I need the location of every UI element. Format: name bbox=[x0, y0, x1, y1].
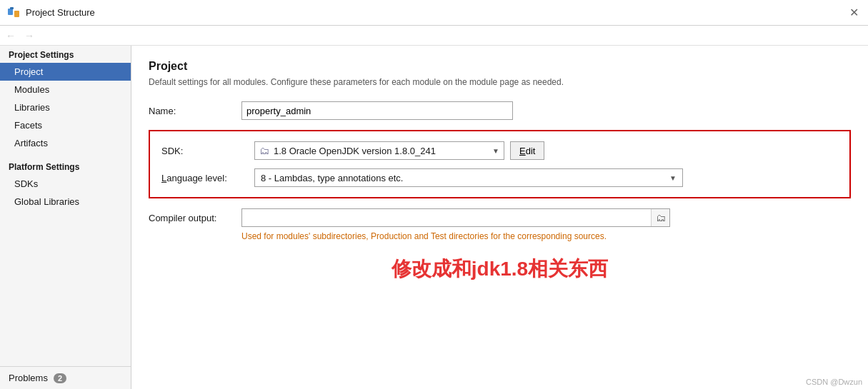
title-bar: Project Structure ✕ bbox=[0, 0, 868, 26]
sidebar-item-sdks[interactable]: SDKs bbox=[0, 175, 131, 193]
sdk-dropdown-text: 1.8 Oracle OpenJDK version 1.8.0_241 bbox=[274, 146, 488, 156]
sdk-edit-button[interactable]: Edit bbox=[510, 141, 544, 160]
sdk-folder-icon: 🗂 bbox=[259, 145, 269, 156]
sidebar-item-project[interactable]: Project bbox=[0, 63, 131, 81]
language-level-dropdown[interactable]: 8 - Lambdas, type annotations etc. ▼ bbox=[254, 168, 683, 187]
svg-rect-0 bbox=[8, 9, 13, 15]
svg-rect-1 bbox=[14, 11, 19, 17]
sidebar-item-modules[interactable]: Modules bbox=[0, 81, 131, 98]
name-row: Name: bbox=[149, 101, 851, 120]
sidebar-item-facets[interactable]: Facets bbox=[0, 116, 131, 134]
language-level-label: Language level: bbox=[161, 173, 254, 183]
problems-badge: 2 bbox=[54, 373, 66, 383]
compiler-output-row: Compiler output: 🗂 bbox=[149, 208, 851, 227]
close-button[interactable]: ✕ bbox=[847, 6, 861, 20]
sdk-dropdown[interactable]: 🗂 1.8 Oracle OpenJDK version 1.8.0_241 ▼ bbox=[254, 141, 504, 160]
name-label: Name: bbox=[149, 106, 241, 116]
svg-rect-2 bbox=[10, 7, 14, 9]
sdk-dropdown-arrow: ▼ bbox=[492, 147, 499, 155]
sidebar-top: Project Settings Project Modules Librari… bbox=[0, 46, 131, 366]
sdk-edit-label: Edit bbox=[519, 146, 535, 156]
main-layout: Project Settings Project Modules Librari… bbox=[0, 46, 868, 389]
folder-icon: 🗂 bbox=[656, 212, 666, 223]
back-arrow[interactable]: ← bbox=[3, 29, 19, 43]
sidebar-item-artifacts[interactable]: Artifacts bbox=[0, 134, 131, 152]
sdk-label: SDK: bbox=[161, 146, 254, 156]
project-icon bbox=[7, 6, 20, 19]
content-title: Project bbox=[149, 60, 851, 73]
title-bar-title: Project Structure bbox=[26, 7, 95, 18]
nav-arrows: ← → bbox=[0, 26, 868, 46]
annotation-text: 修改成和jdk1.8相关东西 bbox=[149, 256, 851, 283]
content-area: Project Default settings for all modules… bbox=[131, 46, 868, 389]
sidebar-item-global-libraries[interactable]: Global Libraries bbox=[0, 193, 131, 211]
title-bar-left: Project Structure bbox=[7, 6, 95, 19]
project-settings-title: Project Settings bbox=[0, 46, 131, 63]
content-subtitle: Default settings for all modules. Config… bbox=[149, 77, 851, 87]
sidebar: Project Settings Project Modules Librari… bbox=[0, 46, 131, 389]
platform-settings-title: Platform Settings bbox=[0, 158, 131, 175]
problems-label: Problems bbox=[9, 373, 48, 383]
problems-section[interactable]: Problems 2 bbox=[0, 366, 131, 389]
language-level-row: Language level: 8 - Lambdas, type annota… bbox=[161, 168, 838, 187]
sdk-language-box: SDK: 🗂 1.8 Oracle OpenJDK version 1.8.0_… bbox=[149, 130, 851, 198]
compiler-output-label: Compiler output: bbox=[149, 213, 241, 223]
compiler-hint: Used for modules' subdirectories, Produc… bbox=[241, 231, 851, 241]
compiler-folder-button[interactable]: 🗂 bbox=[651, 209, 669, 226]
forward-arrow[interactable]: → bbox=[21, 29, 37, 43]
lang-label-text: Language level: bbox=[161, 173, 227, 183]
compiler-label-text: Compiler output: bbox=[149, 213, 216, 223]
compiler-output-input[interactable] bbox=[242, 211, 651, 225]
sdk-row: SDK: 🗂 1.8 Oracle OpenJDK version 1.8.0_… bbox=[161, 141, 838, 160]
lang-dropdown-arrow: ▼ bbox=[669, 174, 677, 182]
lang-dropdown-text: 8 - Lambdas, type annotations etc. bbox=[261, 173, 669, 183]
watermark: CSDN @Dwzun bbox=[806, 378, 862, 386]
compiler-input-wrapper: 🗂 bbox=[241, 208, 670, 227]
name-input[interactable] bbox=[241, 101, 513, 120]
sidebar-item-libraries[interactable]: Libraries bbox=[0, 98, 131, 116]
